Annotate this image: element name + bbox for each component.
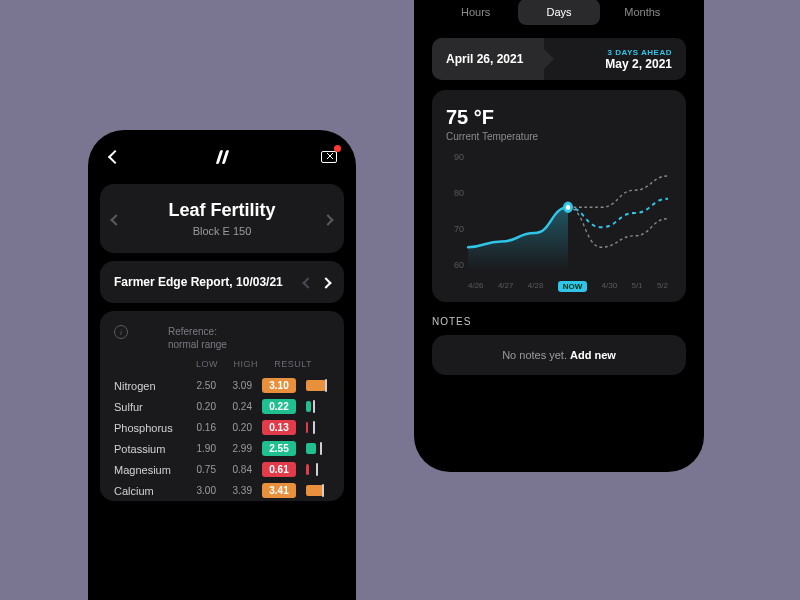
x-tick: 4/26 [468, 281, 484, 292]
y-tick: 70 [446, 224, 464, 234]
prev-report-button[interactable] [304, 273, 312, 291]
low-value: 0.75 [186, 464, 216, 475]
x-tick: 4/30 [602, 281, 618, 292]
segment-months[interactable]: Months [602, 0, 683, 25]
reference-label-2: normal range [168, 338, 227, 351]
notes-empty-text: No notes yet. [502, 349, 570, 361]
result-pill: 3.41 [262, 483, 296, 498]
date-end: May 2, 2021 [605, 57, 672, 71]
info-icon[interactable]: i [114, 325, 128, 339]
y-tick: 90 [446, 152, 464, 162]
next-report-button[interactable] [322, 273, 330, 291]
result-bar [306, 464, 330, 475]
high-value: 0.24 [222, 401, 252, 412]
nutrient-name: Sulfur [114, 401, 180, 413]
nutrient-name: Nitrogen [114, 380, 180, 392]
days-ahead-label: 3 DAYS AHEAD [607, 48, 672, 57]
result-bar [306, 485, 330, 496]
temperature-card: 75 °F Current Temperature 90807060 4/264… [432, 90, 686, 302]
top-bar [88, 130, 356, 176]
range-segmented-control: Hours Days Months [432, 0, 686, 28]
result-pill: 0.22 [262, 399, 296, 414]
table-row: Magnesium0.750.840.61 [114, 459, 330, 480]
table-row: Potassium1.902.992.55 [114, 438, 330, 459]
block-subtitle: Block E 150 [116, 225, 328, 237]
result-pill: 3.10 [262, 378, 296, 393]
temperature-value: 75 °F [446, 106, 672, 129]
low-value: 2.50 [186, 380, 216, 391]
temperature-label: Current Temperature [446, 131, 672, 142]
results-table: i Reference: normal range LOW HIGH RESUL… [100, 311, 344, 501]
x-tick: 5/2 [657, 281, 668, 292]
date-start: April 26, 2021 [446, 52, 523, 66]
nutrient-name: Calcium [114, 485, 180, 497]
x-tick: 5/1 [631, 281, 642, 292]
back-icon[interactable] [106, 148, 124, 166]
phone-weather: Hours Days Months April 26, 2021 3 DAYS … [414, 0, 704, 472]
notes-heading: NOTES [432, 316, 686, 327]
result-pill: 0.13 [262, 420, 296, 435]
prev-block-button[interactable] [112, 211, 120, 227]
y-tick: 60 [446, 260, 464, 270]
low-value: 0.20 [186, 401, 216, 412]
col-result: RESULT [272, 359, 312, 369]
app-logo-icon [215, 150, 229, 164]
low-value: 1.90 [186, 443, 216, 454]
x-tick: 4/27 [498, 281, 514, 292]
add-note-button[interactable]: Add new [570, 349, 616, 361]
inbox-button[interactable] [320, 148, 338, 166]
title-card: Leaf Fertility Block E 150 [100, 184, 344, 253]
nutrient-name: Phosphorus [114, 422, 180, 434]
segment-hours[interactable]: Hours [435, 0, 516, 25]
nutrient-name: Potassium [114, 443, 180, 455]
table-row: Calcium3.003.393.41 [114, 480, 330, 501]
table-row: Nitrogen2.503.093.10 [114, 375, 330, 396]
result-bar [306, 443, 330, 454]
high-value: 2.99 [222, 443, 252, 454]
date-range-bar[interactable]: April 26, 2021 3 DAYS AHEAD May 2, 2021 [432, 38, 686, 80]
report-label: Farmer Edge Report, 10/03/21 [114, 275, 283, 289]
nutrient-name: Magnesium [114, 464, 180, 476]
high-value: 3.09 [222, 380, 252, 391]
notes-empty-card[interactable]: No notes yet. Add new [432, 335, 686, 375]
high-value: 0.84 [222, 464, 252, 475]
column-headers: LOW HIGH RESULT [192, 359, 330, 369]
reference-label-1: Reference: [168, 325, 227, 338]
y-tick: 80 [446, 188, 464, 198]
mail-icon [321, 151, 337, 163]
result-pill: 0.61 [262, 462, 296, 477]
page-title: Leaf Fertility [116, 200, 328, 221]
segment-days[interactable]: Days [518, 0, 599, 25]
result-bar [306, 380, 330, 391]
svg-point-0 [564, 203, 571, 211]
col-high: HIGH [232, 359, 258, 369]
high-value: 0.20 [222, 422, 252, 433]
temperature-chart: 90807060 4/264/274/28NOW4/305/15/2 [446, 152, 672, 292]
x-tick: 4/28 [528, 281, 544, 292]
high-value: 3.39 [222, 485, 252, 496]
table-row: Phosphorus0.160.200.13 [114, 417, 330, 438]
phone-leaf-fertility: Leaf Fertility Block E 150 Farmer Edge R… [88, 130, 356, 600]
result-bar [306, 422, 330, 433]
result-pill: 2.55 [262, 441, 296, 456]
low-value: 3.00 [186, 485, 216, 496]
notification-dot-icon [334, 145, 341, 152]
low-value: 0.16 [186, 422, 216, 433]
result-bar [306, 401, 330, 412]
table-row: Sulfur0.200.240.22 [114, 396, 330, 417]
x-tick-now: NOW [558, 281, 588, 292]
report-selector[interactable]: Farmer Edge Report, 10/03/21 [100, 261, 344, 303]
col-low: LOW [192, 359, 218, 369]
next-block-button[interactable] [324, 211, 332, 227]
